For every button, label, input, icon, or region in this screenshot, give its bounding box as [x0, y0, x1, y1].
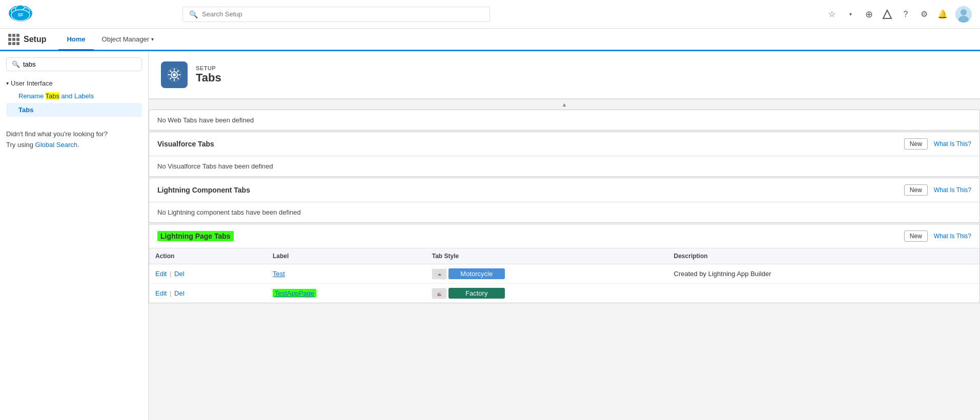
- row-1-label: Test: [267, 264, 426, 284]
- svg-text:SF: SF: [18, 12, 24, 17]
- bell-icon[interactable]: 🔔: [937, 9, 948, 20]
- trailhead-icon[interactable]: [882, 9, 893, 20]
- row-1-tab-style-pill: 🏍 Motorcycle: [432, 268, 535, 279]
- sidebar-item-rename-tabs[interactable]: Rename Tabs and Labels: [6, 89, 142, 103]
- settings-icon[interactable]: ⚙: [918, 9, 930, 20]
- row-1-sep: |: [170, 270, 171, 278]
- sidebar-section-label: User Interface: [11, 79, 53, 87]
- col-tab-style: Tab Style: [426, 248, 668, 264]
- section-visualforce-tabs: Visualforce Tabs New What Is This? No Vi…: [149, 132, 980, 177]
- top-nav: SF 🔍 ☆ ▾ ⊕ ? ⚙ 🔔: [0, 0, 980, 29]
- sidebar-section-header[interactable]: ▾ User Interface: [6, 77, 142, 89]
- page-header-subtitle: SETUP: [196, 65, 221, 71]
- app-launcher-icon[interactable]: [8, 34, 19, 45]
- col-label: Label: [267, 248, 426, 264]
- row-2-tab-style-pill: 🏭 Factory: [432, 288, 535, 299]
- sidebar: 🔍 tabs ▾ User Interface Rename Tabs and …: [0, 51, 149, 420]
- page-header: SETUP Tabs: [149, 51, 980, 99]
- highlight-tabs: Tabs: [46, 92, 59, 100]
- table-row: Edit | Del Test 🏍 Moto: [149, 264, 979, 284]
- row-2-edit-link[interactable]: Edit: [155, 289, 167, 297]
- global-search-input[interactable]: [202, 10, 483, 18]
- lightning-page-tabs-what-link[interactable]: What Is This?: [934, 233, 971, 240]
- main-layout: 🔍 tabs ▾ User Interface Rename Tabs and …: [0, 51, 980, 420]
- global-search-link[interactable]: Global Search: [35, 141, 77, 149]
- sidebar-item-tabs[interactable]: Tabs: [6, 103, 142, 117]
- sidebar-search-icon: 🔍: [12, 60, 20, 68]
- row-2-label: TestAppPage: [267, 284, 426, 303]
- lightning-component-tabs-what-link[interactable]: What Is This?: [934, 186, 971, 194]
- row-2-del-link[interactable]: Del: [174, 289, 185, 297]
- row-2-tab-style: 🏭 Factory: [426, 284, 668, 303]
- svg-line-16: [170, 71, 172, 72]
- svg-point-8: [961, 9, 967, 15]
- tab-object-manager[interactable]: Object Manager ▾: [98, 29, 158, 49]
- tab-home[interactable]: Home: [58, 29, 93, 51]
- search-icon: 🔍: [189, 10, 198, 18]
- row-1-tab-style: 🏍 Motorcycle: [426, 264, 668, 284]
- svg-line-18: [177, 71, 179, 72]
- content-area: SETUP Tabs ▲ No Web Tabs have been defin…: [149, 51, 980, 420]
- visualforce-tabs-header: Visualforce Tabs New What Is This?: [149, 132, 979, 156]
- lightning-page-tabs-highlight: Lightning Page Tabs: [157, 231, 234, 241]
- section-lightning-page-tabs: Lightning Page Tabs New What Is This? Ac…: [149, 224, 980, 303]
- lightning-component-tabs-title: Lightning Component Tabs: [157, 186, 898, 194]
- row-2-tab-color-pill: Factory: [448, 288, 505, 299]
- lightning-page-tabs-header: Lightning Page Tabs New What Is This?: [149, 224, 979, 248]
- row-2-label-link[interactable]: TestAppPage: [273, 289, 316, 298]
- favorites-icon[interactable]: ☆: [826, 9, 838, 20]
- svg-text:🏍: 🏍: [437, 272, 441, 276]
- page-icon: [161, 61, 188, 88]
- page-header-title: Tabs: [196, 71, 221, 85]
- section-web-tabs: No Web Tabs have been defined: [149, 110, 980, 131]
- lightning-page-tabs-title: Lightning Page Tabs: [157, 232, 898, 240]
- lightning-component-tabs-new-button[interactable]: New: [904, 184, 928, 196]
- svg-text:🏭: 🏭: [437, 291, 441, 296]
- row-2-label-highlight: TestAppPage: [273, 289, 316, 298]
- scroll-up-indicator[interactable]: ▲: [562, 101, 567, 108]
- lightning-page-tabs-new-button[interactable]: New: [904, 230, 928, 242]
- top-nav-icons: ☆ ▾ ⊕ ? ⚙ 🔔: [826, 6, 972, 23]
- favorites-dropdown-icon[interactable]: ▾: [845, 9, 856, 20]
- svg-line-19: [170, 78, 172, 79]
- row-2-action: Edit | Del: [149, 284, 267, 303]
- help-icon[interactable]: ?: [900, 9, 911, 20]
- chevron-down-icon: ▾: [6, 80, 9, 86]
- visualforce-tabs-new-button[interactable]: New: [904, 138, 928, 150]
- sidebar-search-input[interactable]: tabs: [23, 60, 136, 68]
- lightning-page-tabs-table: Action Label Tab Style Description Edit …: [149, 248, 979, 303]
- visualforce-tabs-title: Visualforce Tabs: [157, 140, 898, 148]
- svg-point-20: [173, 73, 176, 76]
- sf-logo[interactable]: SF: [8, 5, 33, 24]
- sidebar-search[interactable]: 🔍 tabs: [6, 57, 142, 71]
- sidebar-not-found: Didn't find what you're looking for? Try…: [6, 129, 142, 151]
- lightning-component-tabs-empty: No Lightning component tabs have been de…: [149, 202, 979, 222]
- svg-line-17: [177, 78, 179, 79]
- sidebar-section-user-interface: ▾ User Interface Rename Tabs and Labels …: [6, 77, 142, 117]
- row-2-sep: |: [170, 289, 171, 297]
- table-row: Edit | Del TestAppPage �: [149, 284, 979, 303]
- row-1-description: Created by Lightning App Builder: [668, 264, 979, 284]
- section-lightning-component-tabs: Lightning Component Tabs New What Is Thi…: [149, 178, 980, 223]
- row-1-action: Edit | Del: [149, 264, 267, 284]
- visualforce-tabs-what-link[interactable]: What Is This?: [934, 140, 971, 148]
- col-action: Action: [149, 248, 267, 264]
- lightning-component-tabs-header: Lightning Component Tabs New What Is Thi…: [149, 178, 979, 202]
- row-1-del-link[interactable]: Del: [174, 270, 185, 278]
- app-name: Setup: [24, 35, 46, 44]
- row-1-tab-icon: 🏍: [432, 269, 446, 279]
- object-manager-dropdown-icon[interactable]: ▾: [151, 36, 154, 42]
- add-icon[interactable]: ⊕: [863, 9, 874, 20]
- global-search-bar[interactable]: 🔍: [182, 7, 490, 22]
- web-tabs-empty: No Web Tabs have been defined: [149, 110, 979, 130]
- row-2-tab-icon: 🏭: [432, 288, 446, 299]
- col-description: Description: [668, 248, 979, 264]
- row-2-description: [668, 284, 979, 303]
- visualforce-tabs-empty: No Visualforce Tabs have been defined: [149, 156, 979, 176]
- avatar[interactable]: [955, 6, 972, 23]
- second-nav: Setup Home Object Manager ▾: [0, 29, 980, 51]
- row-1-label-link[interactable]: Test: [273, 270, 285, 278]
- page-header-text: SETUP Tabs: [196, 65, 221, 85]
- row-1-edit-link[interactable]: Edit: [155, 270, 167, 278]
- row-1-tab-color-pill: Motorcycle: [448, 268, 505, 279]
